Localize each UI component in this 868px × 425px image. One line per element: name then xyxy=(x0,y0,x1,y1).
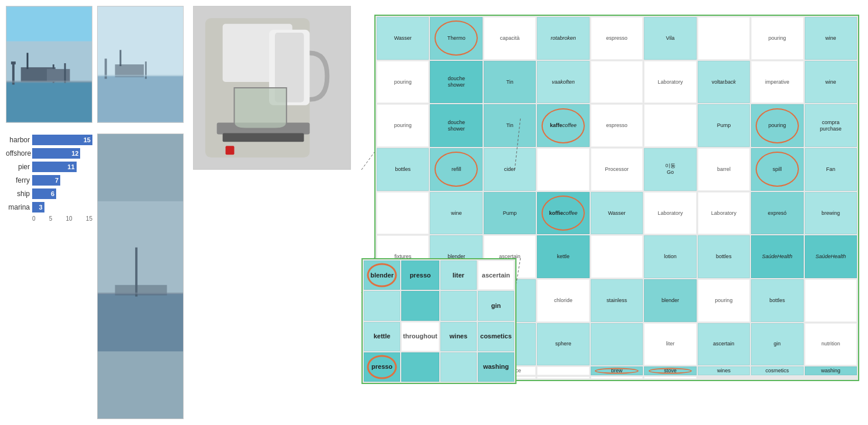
svg-rect-24 xyxy=(98,293,183,294)
front-grid-cell: blender xyxy=(364,261,400,290)
original-image xyxy=(6,6,92,123)
bar-track: 11 xyxy=(32,162,92,172)
front-grid-cell: washing xyxy=(478,352,514,382)
front-grid-cell xyxy=(440,352,477,382)
grid-cell: cider xyxy=(484,148,536,191)
grid-cell: bottles xyxy=(377,148,429,191)
svg-rect-8 xyxy=(47,69,70,82)
grid-cell: lotion xyxy=(644,235,696,278)
svg-rect-9 xyxy=(64,63,66,83)
right-panel: WasserThermocapacitàrotabrokenespressoVi… xyxy=(187,6,862,419)
grid-cell: Pump xyxy=(484,192,536,235)
svg-rect-13 xyxy=(98,76,183,122)
chart-area: harbor15offshore12pier11ferry7ship6marin… xyxy=(6,131,92,419)
grid-cell: Fan xyxy=(805,148,857,191)
grid-cell xyxy=(591,376,643,379)
grid-cell xyxy=(377,192,429,235)
grid-visualization: WasserThermocapacitàrotabrokenespressoVi… xyxy=(357,6,862,419)
grid-cell xyxy=(591,61,643,104)
circle-overlay xyxy=(435,20,478,56)
grid-cell: Tin xyxy=(484,104,536,147)
grid-cell: 이동Go xyxy=(644,148,696,191)
grid-cell: refill xyxy=(430,148,482,191)
grid-cell: expresó xyxy=(751,192,803,235)
front-grid-cell: presso xyxy=(364,352,400,382)
front-grid-cell xyxy=(401,352,439,382)
bar-fill: 7 xyxy=(32,175,60,186)
bar-track: 6 xyxy=(32,188,92,199)
grid-cell: sphere xyxy=(537,323,589,366)
bar-label: harbor xyxy=(6,136,32,144)
bar-label: ferry xyxy=(6,176,32,184)
grid-cell: imperative xyxy=(751,61,803,104)
grid-cell: pouring xyxy=(377,61,429,104)
grid-cell xyxy=(644,104,696,147)
top-images xyxy=(6,6,187,125)
svg-rect-10 xyxy=(6,81,92,83)
svg-rect-20 xyxy=(98,201,183,294)
svg-rect-21 xyxy=(98,294,183,352)
circle-overlay xyxy=(756,152,799,187)
grid-cell: cosmetics xyxy=(751,366,803,375)
grid-cell: gin xyxy=(751,323,803,366)
grid-cell xyxy=(537,366,589,375)
bar-chart: harbor15offshore12pier11ferry7ship6marin… xyxy=(6,135,92,212)
grid-cell: Wasser xyxy=(377,17,429,60)
svg-rect-32 xyxy=(226,146,235,155)
grid-cell: SaúdeHealth xyxy=(805,235,857,278)
grid-cell xyxy=(537,376,589,379)
layer6-svg xyxy=(98,134,183,419)
grid-cell: koffiecoffee xyxy=(537,192,589,235)
original-image-container xyxy=(6,6,92,125)
bar-fill: 15 xyxy=(32,135,92,145)
layer6-image xyxy=(97,133,184,419)
bar-row: ferry7 xyxy=(6,175,92,186)
circle-overlay xyxy=(367,263,397,287)
grid-cell: wines xyxy=(698,366,750,375)
grid-cell: Laboratory xyxy=(698,192,750,235)
grid-cell xyxy=(644,376,696,379)
grid-cell: nutrition xyxy=(805,323,857,366)
front-grid-cell: liter xyxy=(440,261,477,290)
grid-cell: Vila xyxy=(644,17,696,60)
grid-cell: spill xyxy=(751,148,803,191)
front-grid-cell: gin xyxy=(478,291,514,320)
grid-cell xyxy=(537,148,589,191)
coffee-image xyxy=(193,6,351,170)
svg-rect-16 xyxy=(119,50,121,66)
bar-row: pier11 xyxy=(6,162,92,172)
grid-cell: Laboratory xyxy=(644,61,696,104)
grid-cell xyxy=(805,279,857,322)
grid-cell: doucheshower xyxy=(430,61,482,104)
grid-cell: espresso xyxy=(591,104,643,147)
grid-cell: wine xyxy=(805,17,857,60)
grid-cell: Pump xyxy=(698,104,750,147)
bar-track: 12 xyxy=(32,148,92,159)
grid-cell: kaffecoffee xyxy=(537,104,589,147)
grid-cell: Laboratory xyxy=(644,192,696,235)
grid-cell: blender xyxy=(644,279,696,322)
bottom-section: harbor15offshore12pier11ferry7ship6marin… xyxy=(6,131,187,419)
bar-row: marina3 xyxy=(6,202,92,212)
front-grid-cell: wines xyxy=(440,322,477,351)
grid-cell: washing xyxy=(805,366,857,375)
grid-cell: brew xyxy=(591,366,643,375)
grid-cell: ascertain xyxy=(698,323,750,366)
front-grid-cell xyxy=(364,291,400,320)
circle-overlay xyxy=(649,368,692,374)
layer5-svg xyxy=(98,6,183,122)
grid-cell xyxy=(698,17,750,60)
grid-cell: Wasser xyxy=(591,192,643,235)
layer5-image-container xyxy=(97,6,184,125)
front-grid: blenderpressoliterascertainginkettlethro… xyxy=(361,258,516,384)
front-grid-cell: presso xyxy=(401,261,439,290)
bar-label: offshore xyxy=(6,149,32,157)
grid-cell: SaúdeHealth xyxy=(751,235,803,278)
front-grid-cell xyxy=(440,291,477,320)
bar-row: offshore12 xyxy=(6,148,92,159)
coffee-svg xyxy=(194,6,350,169)
bar-fill: 11 xyxy=(32,162,77,172)
grid-cell: vaakoften xyxy=(537,61,589,104)
bar-fill: 6 xyxy=(32,188,56,199)
grid-cell: kettle xyxy=(537,235,589,278)
